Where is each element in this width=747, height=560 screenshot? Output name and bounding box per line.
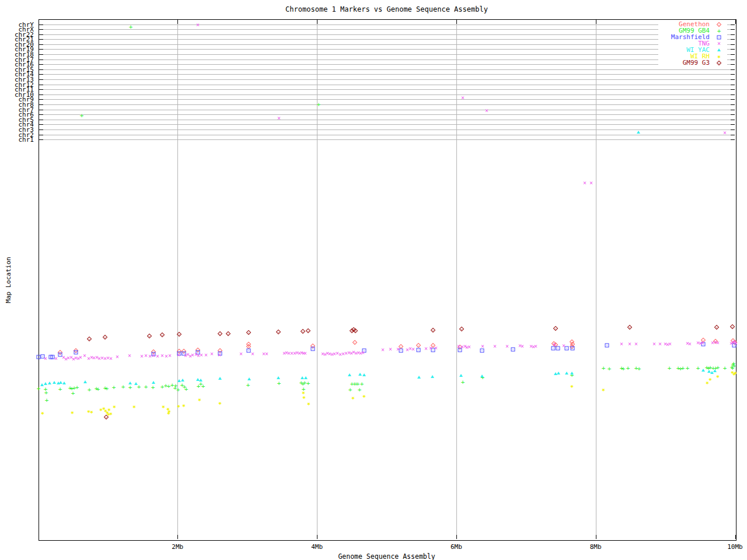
legend-marker-open-diamond-dot [710,60,726,66]
legend-marker-star: +× [710,53,726,60]
plot-border [39,19,736,541]
legend-row: Marshfield [659,34,726,40]
x-axis-label: Genome Sequence Assembly [38,552,735,560]
legend-marker-plus: + [710,27,726,34]
x-tick-label: 10Mb [718,543,747,551]
x-tick-label: 6Mb [439,543,474,551]
y-axis-label: Map Location [5,257,12,303]
legend: GenethonGM99 GB4+MarshfieldTNG×WI YACWI … [658,21,727,66]
legend-row: GM99 G3 [659,60,726,66]
x-tick-label: 8Mb [578,543,613,551]
x-tick-label: 4Mb [299,543,334,551]
chromosome-row-label: chr1 [0,136,34,143]
legend-marker-cross: × [710,40,726,47]
chart-title: Chromosome 1 Markers vs Genome Sequence … [38,5,735,13]
legend-label: GM99 G3 [659,60,710,66]
plot-canvas: Chromosome 1 Markers vs Genome Sequence … [0,0,747,560]
legend-marker-triangle [710,47,726,53]
x-tick-label: 2Mb [160,543,195,551]
legend-marker-open-square-dot [710,34,726,40]
